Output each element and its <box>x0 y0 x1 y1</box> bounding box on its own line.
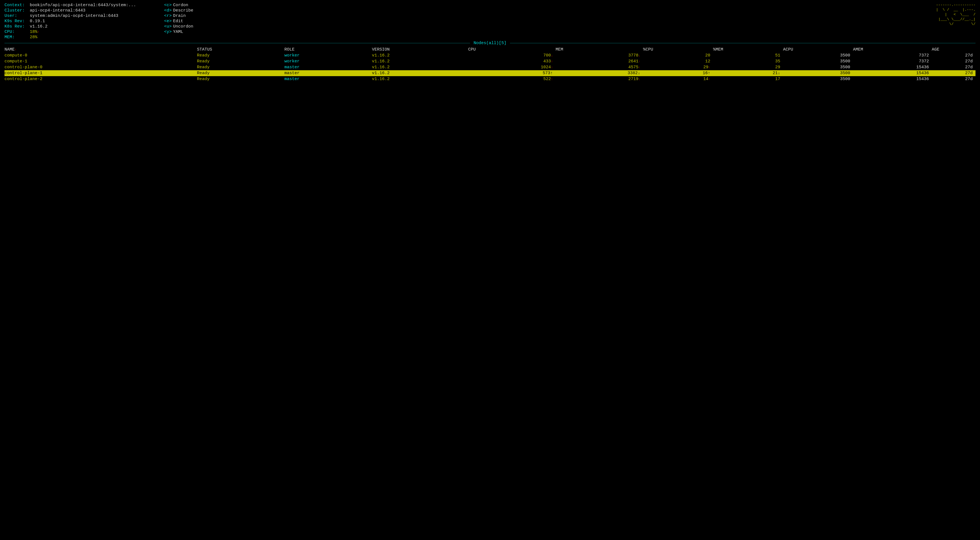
col-header-mem: MEM <box>555 47 643 53</box>
cell-age: 27d <box>932 53 975 59</box>
cell-name: compute-1 <box>5 59 197 64</box>
cell-version: v1.16.2 <box>372 70 468 76</box>
cell-pmem: 17 <box>713 76 783 82</box>
k8s-rev-value: v1.16.2 <box>30 24 48 29</box>
cell-cpu: 573↑ <box>468 70 555 76</box>
cell-name: control-plane-2 <box>5 76 197 82</box>
cell-role: master <box>284 64 372 70</box>
cell-role: worker <box>284 59 372 64</box>
cpu-arrow-up: ↑ <box>37 30 40 34</box>
cell-acpu: 3500 <box>783 59 853 64</box>
shortcut-label-edit: Edit <box>173 19 183 24</box>
col-header-name: NAME↑ <box>5 47 197 53</box>
shortcut-label-yaml: YAML <box>173 30 183 34</box>
table-row[interactable]: control-plane-0 Ready master v1.16.2 102… <box>5 64 975 70</box>
k9s-rev-row: K9s Rev: 0.19.1 <box>5 19 136 24</box>
cell-age: 27d <box>932 76 975 82</box>
cell-version: v1.16.2 <box>372 59 468 64</box>
table-title: Nodes(all)[5] <box>470 41 510 46</box>
cell-role: master <box>284 76 372 82</box>
cell-amem: 15436 <box>853 70 932 76</box>
cell-pcpu: 14↑ <box>643 76 713 82</box>
shortcut-label-drain: Drain <box>173 13 186 18</box>
cell-version: v1.16.2 <box>372 64 468 70</box>
col-header-acpu: ACPU <box>783 47 853 53</box>
context-row: Context: bookinfo/api-ocp4-internal:6443… <box>5 3 136 8</box>
col-header-role: ROLE <box>284 47 372 53</box>
col-header-amem: AMEM <box>853 47 932 53</box>
shortcut-key-y: <y> <box>164 30 172 34</box>
cpu-value: 18%↑ <box>30 30 40 34</box>
context-value: bookinfo/api-ocp4-internal:6443/system:.… <box>30 3 136 8</box>
shortcut-key-c: <c> <box>164 3 172 8</box>
shortcut-describe[interactable]: <d> Describe <box>164 8 193 13</box>
table-row[interactable]: control-plane-1 Ready master v1.16.2 573… <box>5 70 975 76</box>
cell-cpu: 522↑ <box>468 76 555 82</box>
cell-pcpu: 12 <box>643 59 713 64</box>
cell-version: v1.16.2 <box>372 53 468 59</box>
shortcut-key-e: <e> <box>164 19 172 24</box>
cell-name: compute-0 <box>5 53 197 59</box>
header: Context: bookinfo/api-ocp4-internal:6443… <box>5 3 975 40</box>
nodes-table-section: Nodes(all)[5] NAME↑ STATUS ROLE VERSION … <box>5 41 975 82</box>
cell-name: control-plane-1 <box>5 70 197 76</box>
col-header-status: STATUS <box>197 47 284 53</box>
cpu-row: CPU: 18%↑ <box>5 30 136 34</box>
cell-acpu: 3500 <box>783 76 853 82</box>
cell-mem: 3778↓ <box>555 53 643 59</box>
cell-status: Ready <box>197 53 284 59</box>
nodes-table: NAME↑ STATUS ROLE VERSION CPU MEM %CPU %… <box>5 47 975 82</box>
cell-role: master <box>284 70 372 76</box>
header-info: Context: bookinfo/api-ocp4-internal:6443… <box>5 3 136 40</box>
cell-acpu: 3500 <box>783 53 853 59</box>
shortcut-yaml[interactable]: <y> YAML <box>164 30 193 34</box>
mem-row: MEM: 28% <box>5 35 136 40</box>
cell-cpu: 433↑ <box>468 59 555 64</box>
shortcut-uncordon[interactable]: <u> Uncordon <box>164 24 193 29</box>
shortcut-cordon[interactable]: <c> Cordon <box>164 3 193 8</box>
cell-status: Ready <box>197 59 284 64</box>
user-row: User: system:admin/api-ocp4-internal:644… <box>5 13 136 18</box>
cell-role: worker <box>284 53 372 59</box>
shortcut-key-d: <d> <box>164 8 172 13</box>
cell-mem: 4575↑ <box>555 64 643 70</box>
user-value: system:admin/api-ocp4-internal:6443 <box>30 13 118 18</box>
shortcuts-panel: <c> Cordon <d> Describe <r> Drain <e> Ed… <box>164 3 193 40</box>
k9s-logo: -------.---------- | \ / __ |.---. | < \… <box>936 3 975 26</box>
mem-label: MEM: <box>5 35 30 40</box>
table-row[interactable]: compute-1 Ready worker v1.16.2 433↑ 2641… <box>5 59 975 64</box>
cell-amem: 15436 <box>853 76 932 82</box>
cluster-row: Cluster: api-ocp4-internal:6443 <box>5 8 136 13</box>
cluster-value: api-ocp4-internal:6443 <box>30 8 86 13</box>
cell-status: Ready <box>197 76 284 82</box>
cell-pmem: 29 <box>713 64 783 70</box>
cell-amem: 7372 <box>853 53 932 59</box>
cell-mem: 2641↑ <box>555 59 643 64</box>
cell-pcpu: 16↑ <box>643 70 713 76</box>
k8s-rev-label: K8s Rev: <box>5 24 30 29</box>
context-label: Context: <box>5 3 30 8</box>
cell-mem: 3382↓ <box>555 70 643 76</box>
table-row[interactable]: control-plane-2 Ready master v1.16.2 522… <box>5 76 975 82</box>
cell-mem: 2719↓ <box>555 76 643 82</box>
shortcut-drain[interactable]: <r> Drain <box>164 13 193 18</box>
cell-pmem: 21↓ <box>713 70 783 76</box>
cell-pmem: 51 <box>713 53 783 59</box>
title-line-left <box>5 43 470 43</box>
title-line-right <box>510 43 975 43</box>
shortcut-key-r: <r> <box>164 13 172 18</box>
table-title-row: Nodes(all)[5] <box>5 41 975 46</box>
col-header-age: AGE <box>932 47 975 53</box>
shortcut-edit[interactable]: <e> Edit <box>164 19 193 24</box>
table-header-row: NAME↑ STATUS ROLE VERSION CPU MEM %CPU %… <box>5 47 975 53</box>
shortcut-key-u: <u> <box>164 24 172 29</box>
table-row[interactable]: compute-0 Ready worker v1.16.2 700↓ 3778… <box>5 53 975 59</box>
cell-name: control-plane-0 <box>5 64 197 70</box>
shortcut-label-describe: Describe <box>173 8 193 13</box>
mem-value: 28% <box>30 35 37 40</box>
cell-pmem: 35 <box>713 59 783 64</box>
k9s-rev-label: K9s Rev: <box>5 19 30 24</box>
cell-status: Ready <box>197 64 284 70</box>
cell-pcpu: 29↑ <box>643 64 713 70</box>
cell-age: 27d <box>932 59 975 64</box>
